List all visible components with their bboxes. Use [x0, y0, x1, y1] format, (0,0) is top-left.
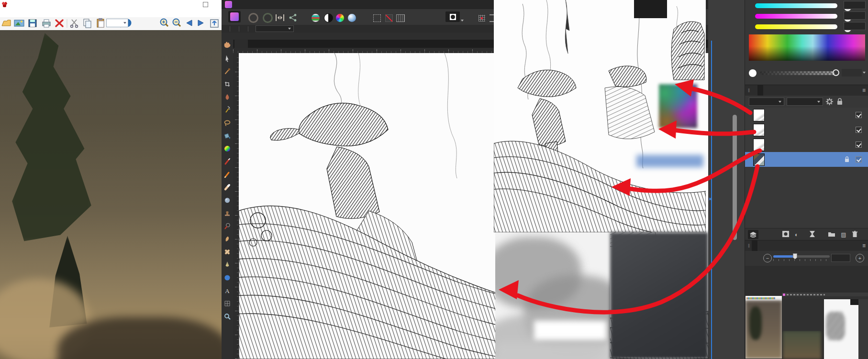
blackwhite-circle-icon[interactable] — [324, 12, 333, 23]
opacity-value-box[interactable] — [842, 69, 862, 76]
layer-thumbnail[interactable] — [753, 139, 765, 151]
canvas-vertical-scrollbar[interactable] — [733, 115, 737, 240]
nav-zoom-slider[interactable] — [773, 255, 830, 258]
layer-thumbnail[interactable] — [753, 153, 765, 166]
layer-visibility-checkbox[interactable] — [856, 141, 862, 148]
layer-row-25[interactable] — [745, 108, 868, 123]
paste-icon[interactable] — [97, 18, 104, 27]
new-group-icon[interactable] — [828, 231, 835, 238]
panel-grip-icon[interactable]: ‖ — [748, 88, 750, 93]
blue-slider[interactable] — [755, 24, 837, 29]
layer-visibility-checkbox[interactable] — [856, 156, 862, 163]
tool-flood-fill[interactable] — [224, 133, 230, 139]
no-selection-icon[interactable] — [385, 12, 393, 24]
slider-knob[interactable] — [793, 253, 797, 259]
green-slider[interactable] — [755, 14, 837, 19]
navigator-preview[interactable] — [745, 266, 868, 359]
red-value-input[interactable] — [844, 1, 866, 9]
share-icon[interactable] — [289, 12, 298, 23]
prev-image-icon[interactable] — [187, 20, 192, 26]
tool-mesh-warp[interactable] — [225, 301, 230, 306]
tool-lasso[interactable] — [225, 120, 230, 126]
layers-opacity-select[interactable] — [749, 98, 784, 106]
layers-stack-icon[interactable] — [748, 230, 758, 239]
zoom-out-icon[interactable] — [173, 19, 181, 27]
tool-blur[interactable] — [225, 198, 230, 203]
levels-circle-icon[interactable] — [312, 12, 320, 23]
zoom-out-button[interactable]: − — [763, 254, 772, 262]
tool-paint-brush[interactable] — [225, 159, 230, 164]
tab-ebenen[interactable] — [757, 85, 763, 96]
copy-icon[interactable] — [84, 19, 91, 28]
tool-move[interactable] — [225, 55, 229, 62]
cut-icon[interactable] — [71, 20, 78, 27]
next-image-icon[interactable] — [198, 20, 203, 26]
save-icon[interactable] — [29, 20, 36, 27]
opacity-slider[interactable] — [760, 71, 835, 75]
blend-mode-select[interactable] — [787, 98, 823, 106]
tool-gradient[interactable] — [224, 146, 230, 152]
tab-protokoll[interactable] — [763, 240, 769, 251]
tab-stock[interactable] — [775, 85, 780, 96]
tool-pixel-pencil[interactable] — [225, 173, 229, 177]
layer-thumbnail[interactable] — [753, 124, 765, 136]
opacity-knob[interactable] — [833, 69, 839, 76]
open-icon[interactable] — [2, 20, 11, 26]
mirror-icon[interactable] — [275, 12, 285, 23]
tool-selection-brush[interactable] — [226, 94, 229, 100]
live-filter-icon[interactable] — [810, 231, 815, 239]
print-icon[interactable] — [43, 20, 50, 27]
assistant-button[interactable] — [445, 11, 460, 22]
hexagon-tool-icon[interactable] — [263, 12, 273, 23]
adjustment-icon[interactable]: ◐ — [795, 231, 798, 238]
marquee-mode-icon[interactable] — [373, 12, 381, 24]
units-select[interactable] — [256, 25, 294, 32]
gear-icon[interactable] — [826, 98, 833, 105]
tool-dodge-burn[interactable] — [225, 223, 230, 228]
layer-row-50[interactable] — [745, 122, 868, 138]
tab-stile[interactable] — [769, 85, 775, 96]
tool-pen[interactable] — [226, 262, 229, 267]
new-pixel-layer-icon[interactable]: ▨ — [841, 231, 846, 238]
panel-menu-icon[interactable]: ≡ — [862, 242, 866, 249]
layer-thumbnail[interactable] — [753, 109, 765, 121]
tool-color-picker[interactable] — [225, 68, 230, 74]
layer-visibility-checkbox[interactable] — [856, 127, 862, 133]
layer-row-200-selected[interactable] — [745, 152, 868, 167]
tool-shape[interactable] — [224, 275, 230, 280]
open-in-folder-icon[interactable] — [211, 20, 218, 27]
tab-32v[interactable] — [775, 240, 780, 251]
tool-clone-stamp[interactable] — [225, 211, 230, 216]
tool-view-hand[interactable] — [224, 42, 231, 48]
tool-smudge[interactable] — [226, 237, 229, 241]
tool-zoom[interactable] — [225, 314, 230, 319]
affinity-logo-button[interactable] — [228, 11, 241, 22]
layer-row-100[interactable] — [745, 137, 868, 152]
tool-healing[interactable] — [224, 249, 230, 254]
green-value-input[interactable] — [844, 11, 866, 20]
tool-crop[interactable] — [225, 82, 230, 87]
color-spectrum-picker[interactable] — [749, 34, 865, 61]
slideshow-icon[interactable] — [14, 20, 24, 26]
delete-icon[interactable] — [56, 20, 63, 26]
zoom-percent-input[interactable] — [106, 19, 128, 27]
red-slider[interactable] — [755, 3, 837, 8]
zoom-in-icon[interactable] — [161, 19, 168, 27]
tab-kanaele[interactable] — [769, 240, 775, 251]
snap-grid-icon[interactable] — [479, 12, 485, 24]
document-tab[interactable] — [234, 40, 248, 48]
current-color-swatch[interactable] — [749, 69, 757, 77]
zoom-in-button[interactable]: + — [856, 254, 864, 262]
colorwheel-circle-icon[interactable] — [336, 12, 344, 23]
trash-icon[interactable] — [852, 231, 857, 239]
panel-menu-icon[interactable]: ≡ — [862, 87, 866, 94]
layer-visibility-checkbox[interactable] — [856, 112, 862, 118]
tool-text[interactable]: A — [225, 287, 230, 294]
guide-handle-icon[interactable]: × — [709, 196, 712, 202]
tab-navigator[interactable] — [752, 240, 757, 251]
layer-lock-icon[interactable] — [845, 156, 849, 163]
film-frames-icon[interactable] — [396, 12, 405, 24]
tab-transformieren[interactable] — [757, 240, 763, 251]
lock-icon[interactable] — [837, 98, 843, 105]
tool-flood-select[interactable] — [226, 106, 230, 112]
